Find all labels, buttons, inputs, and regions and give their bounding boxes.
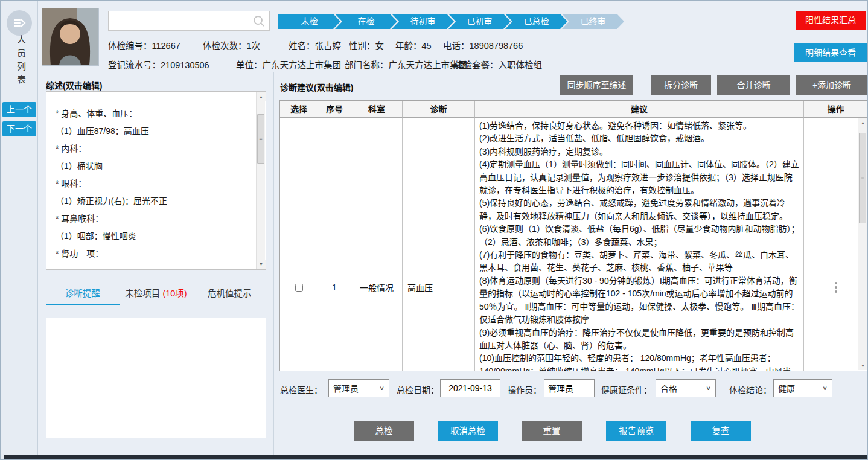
table-scrollbar[interactable]: ▲ ▼ <box>858 118 867 370</box>
table-body: 1 一般情况 高血压 (1)劳逸结合，保持良好身心状态。避免各种诱因：如情绪低落… <box>280 118 867 371</box>
exam-date-input[interactable] <box>441 380 500 397</box>
app-window: 人员列表 上一个 下一个 未检 在检 待初审 已初 <box>1 1 867 459</box>
chief-doctor-label: 总检医生： <box>280 383 322 395</box>
step-pending-first-review: 待初审 <box>392 14 454 29</box>
summary-line: （1）咽部：慢性咽炎 <box>56 228 247 245</box>
summary-line: * 内科： <box>56 140 247 158</box>
summary-line: * 肾功三项： <box>56 245 247 263</box>
info-company: 单位：广东天方达上市集团 <box>236 58 341 71</box>
reset-button[interactable]: 重置 <box>522 421 582 441</box>
chevron-down-icon: ∨ <box>706 385 711 391</box>
info-phone: 电话：18908798766 <box>443 39 523 51</box>
tab-critical-values[interactable]: 危机值提示 <box>193 284 266 305</box>
split-diagnosis-button[interactable]: 拆分诊断 <box>651 75 711 95</box>
exam-date-label: 总检日期： <box>397 383 439 395</box>
menu-toggle[interactable] <box>7 10 32 36</box>
table-row: 1 一般情况 高血压 (1)劳逸结合，保持良好身心状态。避免各种诱因：如情绪低落… <box>280 118 867 371</box>
col-diagnosis: 诊断 <box>403 101 475 118</box>
portrait-image <box>42 8 98 65</box>
positive-results-button[interactable]: 阳性结果汇总 <box>796 11 866 30</box>
info-name: 姓名：张古婷 <box>289 39 341 51</box>
col-actions: 操作 <box>804 101 867 118</box>
operator-label: 操作员： <box>508 383 541 395</box>
info-gender: 性别：女 <box>349 39 384 51</box>
cancel-final-check-button[interactable]: 取消总检 <box>438 421 498 441</box>
prev-person-button[interactable]: 上一个 <box>2 102 36 117</box>
sync-order-button[interactable]: 同步顺序至综述 <box>560 75 633 95</box>
step-unchecked: 未检 <box>278 14 340 29</box>
menu-expand-icon <box>12 16 27 30</box>
search-icon[interactable] <box>252 14 266 28</box>
left-tabs: 诊断提醒 未检项目 (10项) 危机值提示 <box>46 284 266 305</box>
recheck-button[interactable]: 复查 <box>691 421 751 441</box>
divider <box>275 412 861 412</box>
operator-input[interactable] <box>544 380 594 397</box>
info-exam-count: 体检次数：1次 <box>203 39 260 51</box>
row-select-checkbox[interactable] <box>295 284 303 292</box>
conclusion-form: 总检医生： 管理员∨ 总检日期： 操作员： 健康证条件： 合格∨ 体检结论： 健… <box>275 379 867 398</box>
sidebar-label: 人员列表 <box>14 35 27 88</box>
summary-scrollbar[interactable]: ▲ ▼ <box>256 92 265 269</box>
row-advice[interactable]: (1)劳逸结合，保持良好身心状态。避免各种诱因：如情绪低落、紧张等。 (2)改进… <box>475 118 804 371</box>
conclusion-label: 体检结论： <box>729 383 771 395</box>
step-final-reviewed: 已终审 <box>562 14 624 29</box>
diagnosis-panel: 诊断建议(双击编辑) 同步顺序至综述 拆分诊断 合并诊断 +添加诊断 选择 序号… <box>275 72 867 459</box>
workflow-steps: 未检 在检 待初审 已初审 已总检 已终审 <box>278 14 624 29</box>
tab-unchecked-items[interactable]: 未检项目 (10项) <box>120 284 193 305</box>
step-in-progress: 在检 <box>335 14 397 29</box>
row-dept: 一般情况 <box>351 118 403 371</box>
conclusion-select[interactable]: 健康∨ <box>773 379 832 397</box>
diagnosis-title: 诊断建议(双击编辑) <box>280 81 353 93</box>
chevron-down-icon: ∨ <box>379 385 385 391</box>
summary-box[interactable]: * 身高、体重、血压： （1）血压87/98：高血压 * 内科： （1）桶状胸 … <box>46 91 266 270</box>
patient-info-row-1: 体检编号：112667 体检次数：1次 姓名：张古婷 性别：女 年龄：45 电话… <box>38 39 867 50</box>
summary-title: 综述(双击编辑) <box>46 79 102 91</box>
action-buttons: 总检 取消总检 重置 报告预览 复查 <box>275 421 867 441</box>
summary-line: （1）血压87/98：高血压 <box>56 123 247 140</box>
reminder-content-box <box>46 318 266 438</box>
add-diagnosis-button[interactable]: +添加诊断 <box>796 75 867 95</box>
next-person-button[interactable]: 下一个 <box>2 121 36 136</box>
scrollbar-thumb[interactable] <box>859 133 866 223</box>
info-register-no: 登记流水号：2109130506 <box>108 58 209 71</box>
col-dept: 科室 <box>351 101 403 118</box>
col-select: 选择 <box>280 101 318 118</box>
patient-info-row-2: 登记流水号：2109130506 单位：广东天方达上市集团 部门名称：广东天方达… <box>38 58 867 69</box>
summary-line: （1）桶状胸 <box>56 158 247 175</box>
info-package: 体检套餐：入职体检组 <box>455 58 542 71</box>
summary-line: （1）矫正视力(右)：屈光不正 <box>56 193 247 210</box>
patient-photo <box>42 8 99 66</box>
sidebar: 人员列表 上一个 下一个 <box>1 1 38 459</box>
chevron-down-icon: ∨ <box>822 385 828 391</box>
row-seq: 1 <box>318 118 351 371</box>
row-actions-icon[interactable] <box>835 280 837 295</box>
report-preview-button[interactable]: 报告预览 <box>606 421 666 441</box>
health-cert-label: 健康证条件： <box>601 383 652 395</box>
info-exam-id: 体检编号：112667 <box>108 39 180 51</box>
scroll-up-icon[interactable]: ▲ <box>858 118 867 127</box>
summary-line: * 眼科： <box>56 175 247 193</box>
scroll-down-icon[interactable]: ▼ <box>257 260 266 269</box>
final-check-button[interactable]: 总检 <box>354 421 414 441</box>
step-first-reviewed: 已初审 <box>448 14 511 29</box>
search-input[interactable] <box>109 11 269 30</box>
step-final-checked: 已总检 <box>505 14 567 29</box>
summary-panel: 综述(双击编辑) * 身高、体重、血压： （1）血压87/98：高血压 * 内科… <box>38 72 274 459</box>
row-diagnosis: 高血压 <box>403 118 475 371</box>
chief-doctor-select[interactable]: 管理员∨ <box>328 379 389 397</box>
exam-date-box <box>440 379 500 397</box>
merge-diagnosis-button[interactable]: 合并诊断 <box>717 75 790 95</box>
info-department: 部门名称：广东天方达上市集团 <box>345 58 467 71</box>
tab-diagnosis-reminder[interactable]: 诊断提醒 <box>46 284 120 305</box>
diagnosis-table: 选择 序号 科室 诊断 建议 操作 1 一般情况 高血压 (1)劳逸结合，保持良… <box>279 100 868 371</box>
scrollbar-thumb[interactable] <box>257 114 264 164</box>
scroll-up-icon[interactable]: ▲ <box>257 92 266 101</box>
health-cert-select[interactable]: 合格∨ <box>656 379 716 397</box>
scroll-down-icon[interactable]: ▼ <box>858 361 867 370</box>
summary-line: * 身高、体重、血压： <box>56 105 247 123</box>
bottom-bar <box>4 455 867 459</box>
summary-line: * 耳鼻喉科： <box>56 210 247 228</box>
search-box <box>108 11 270 31</box>
operator-box <box>544 379 595 397</box>
patient-header: 未检 在检 待初审 已初审 已总检 已终审 阳性结果汇总 明细结果查看 体检编号… <box>38 1 867 72</box>
